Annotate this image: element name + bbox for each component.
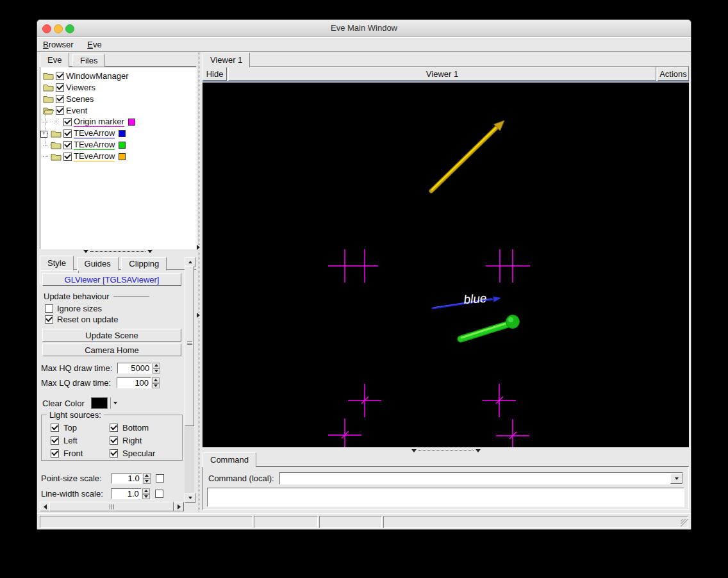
tree-row-origin-marker[interactable]: Origin marker	[48, 116, 196, 128]
tree-label[interactable]: TEveArrow	[74, 151, 115, 161]
spinner-down-icon	[153, 368, 160, 374]
light-front-checkbox[interactable]	[51, 449, 59, 458]
tree-label[interactable]: Viewers	[66, 83, 95, 92]
line-width-spinner[interactable]	[142, 488, 150, 499]
tree-checkbox[interactable]	[56, 83, 64, 92]
command-combobox[interactable]	[279, 472, 683, 484]
tab-eve[interactable]: Eve	[40, 53, 69, 67]
light-top-checkbox[interactable]	[51, 424, 59, 432]
tree-checkbox[interactable]	[63, 141, 72, 149]
line-width-checkbox[interactable]	[155, 490, 163, 498]
light-right[interactable]: Right	[106, 436, 176, 445]
color-swatch-blue[interactable]	[119, 130, 126, 137]
green-arrow	[461, 315, 520, 340]
tree-row-windowmanager[interactable]: WindowManager	[40, 70, 196, 81]
scroll-left-icon[interactable]	[40, 502, 50, 511]
tree-checkbox[interactable]	[56, 106, 64, 115]
menu-browser[interactable]: Browser	[37, 38, 79, 49]
tree-label[interactable]: Scenes	[66, 94, 94, 104]
actions-button[interactable]: Actions	[658, 67, 689, 81]
scrollbar-thumb[interactable]	[185, 266, 194, 426]
reset-on-update-checkbox[interactable]	[45, 315, 53, 324]
title-bar[interactable]: Eve Main Window	[37, 20, 691, 37]
gl-viewport[interactable]: blue	[203, 81, 689, 447]
light-left-checkbox[interactable]	[51, 436, 59, 445]
command-input[interactable]	[280, 473, 670, 484]
tab-clipping[interactable]: Clipping	[121, 257, 167, 270]
splitter-dots	[90, 251, 145, 252]
light-front[interactable]: Front	[47, 449, 106, 458]
tab-viewer-1[interactable]: Viewer 1	[203, 53, 250, 67]
point-size-input[interactable]	[112, 473, 142, 484]
color-swatch-green[interactable]	[119, 142, 126, 149]
light-left[interactable]: Left	[47, 436, 106, 445]
point-size-spinner[interactable]	[143, 473, 151, 484]
status-cell	[40, 516, 252, 528]
tree-row-tevearrow-blue[interactable]: + TEveArrow	[48, 128, 196, 139]
scrollbar-thumb[interactable]	[49, 502, 174, 511]
tree-checkbox[interactable]	[56, 95, 64, 103]
light-specular-checkbox[interactable]	[110, 449, 118, 458]
tree-row-scenes[interactable]: Scenes	[40, 93, 196, 104]
tree-label[interactable]: Origin marker	[74, 117, 124, 127]
tree-row-tevearrow-yellow[interactable]: TEveArrow	[48, 151, 196, 162]
reset-on-update-row[interactable]: Reset on update	[45, 315, 184, 324]
tree-label[interactable]: TEveArrow	[74, 140, 115, 150]
light-bottom[interactable]: Bottom	[106, 423, 176, 432]
menu-eve[interactable]: Eve	[81, 38, 107, 49]
tree-row-event[interactable]: Event	[40, 104, 196, 116]
clear-color-dropdown[interactable]	[110, 397, 120, 409]
main-vertical-splitter[interactable]	[197, 53, 202, 511]
ignore-sizes-label: Ignore sizes	[57, 304, 102, 313]
reset-on-update-label: Reset on update	[57, 315, 118, 324]
max-hq-input[interactable]	[117, 363, 152, 374]
clear-color-swatch[interactable]	[91, 397, 108, 409]
eve-tree: WindowManager Viewers Scenes Event	[40, 67, 197, 249]
point-size-row: Point-size scale:	[41, 472, 184, 484]
max-hq-spinner[interactable]	[153, 363, 160, 374]
color-swatch-magenta[interactable]	[128, 119, 135, 126]
scroll-right-icon[interactable]	[174, 502, 184, 511]
scroll-down-icon[interactable]	[185, 493, 195, 503]
combo-dropdown-button[interactable]	[670, 473, 682, 484]
tree-row-viewers[interactable]: Viewers	[40, 81, 196, 93]
tree-label[interactable]: TEveArrow	[74, 128, 115, 138]
style-vertical-scrollbar[interactable]	[185, 257, 194, 502]
line-width-input[interactable]	[111, 488, 142, 499]
spinner-up-icon	[143, 473, 151, 479]
chevron-down-icon	[675, 477, 679, 480]
tree-checkbox[interactable]	[56, 72, 64, 80]
tree-label[interactable]: Event	[66, 106, 87, 115]
tree-checkbox[interactable]	[63, 153, 72, 161]
tree-checkbox[interactable]	[63, 118, 72, 126]
max-lq-spinner[interactable]	[152, 377, 160, 388]
viewer-title: Viewer 1	[228, 67, 656, 81]
glviewer-button[interactable]: GLViewer [TGLSAViewer]	[42, 273, 181, 286]
update-scene-button[interactable]: Update Scene	[42, 329, 181, 342]
tab-guides[interactable]: Guides	[77, 257, 119, 270]
camera-home-button[interactable]: Camera Home	[42, 343, 181, 356]
point-size-checkbox[interactable]	[156, 474, 164, 483]
tab-style[interactable]: Style	[40, 256, 74, 270]
expander-plus-icon[interactable]: +	[40, 131, 47, 138]
command-output[interactable]	[207, 488, 684, 507]
tab-command[interactable]: Command	[203, 452, 256, 467]
tree-row-tevearrow-green[interactable]: TEveArrow	[48, 139, 196, 151]
tree-label[interactable]: WindowManager	[66, 71, 129, 81]
style-horizontal-scrollbar[interactable]	[40, 502, 183, 511]
light-top[interactable]: Top	[47, 423, 106, 432]
light-bottom-checkbox[interactable]	[110, 424, 118, 432]
sidebar-splitter[interactable]	[40, 249, 196, 254]
tree-checkbox[interactable]	[63, 129, 72, 138]
folder-icon	[51, 140, 62, 149]
tab-files[interactable]: Files	[72, 54, 105, 67]
light-right-checkbox[interactable]	[110, 436, 118, 445]
spinner-down-icon	[152, 383, 160, 389]
hide-button[interactable]: Hide	[203, 67, 227, 81]
ignore-sizes-checkbox[interactable]	[45, 304, 53, 313]
max-lq-input[interactable]	[117, 377, 151, 388]
light-specular[interactable]: Specular	[106, 449, 176, 458]
ignore-sizes-row[interactable]: Ignore sizes	[45, 304, 184, 313]
resize-grip-icon[interactable]	[681, 519, 688, 527]
color-swatch-orange[interactable]	[119, 153, 126, 160]
